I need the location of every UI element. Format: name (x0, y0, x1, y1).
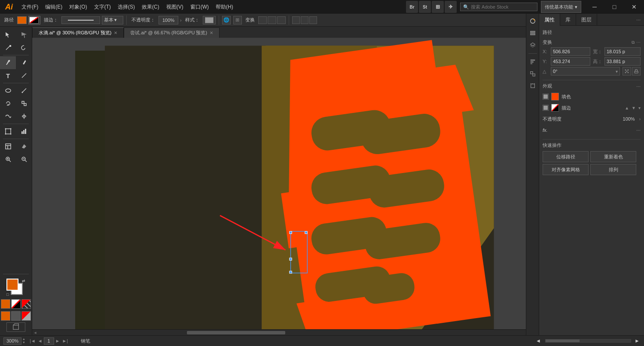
lasso-tool[interactable] (16, 41, 32, 54)
stroke-visibility[interactable] (543, 105, 549, 111)
stroke-dropdown[interactable]: ▾ (638, 106, 641, 110)
menu-view[interactable]: 视图(V) (163, 0, 187, 14)
menu-text[interactable]: 文字(T) (91, 0, 114, 14)
next-page-btn[interactable]: ► (55, 338, 61, 343)
swatch-pattern[interactable] (21, 299, 31, 309)
menu-edit[interactable]: 编辑(E) (42, 0, 66, 14)
close-button[interactable]: ✕ (624, 0, 644, 14)
menu-select[interactable]: 选择(S) (114, 0, 138, 14)
scroll-left-btn[interactable]: ◄ (32, 330, 38, 336)
menu-effect[interactable]: 效果(C) (138, 0, 163, 14)
magic-wand-tool[interactable] (0, 41, 16, 54)
rotate-tool[interactable] (0, 97, 16, 110)
pencil-tool[interactable] (16, 56, 32, 69)
align-btn3[interactable] (309, 16, 317, 24)
width-tool[interactable] (16, 110, 32, 123)
zoom-stepper[interactable]: ▲ ▼ (22, 337, 25, 345)
maximize-button[interactable]: □ (604, 0, 624, 14)
tab-2-close[interactable]: ✕ (210, 30, 213, 35)
workspace-selector[interactable]: 传统基本功能 ▾ (541, 1, 581, 13)
swatch2-gray[interactable] (11, 311, 21, 321)
fill-color-box[interactable] (17, 16, 27, 24)
arrange-button[interactable]: 排列 (590, 164, 636, 175)
tab-library[interactable]: 库 (560, 14, 576, 26)
swatch2-orange[interactable] (1, 311, 10, 321)
menu-window[interactable]: 窗口(W) (187, 0, 212, 14)
stock-search[interactable]: 搜索 Adobe Stock (471, 4, 508, 10)
direct-select-tool[interactable] (16, 28, 32, 41)
print-tiling-tool[interactable] (6, 322, 25, 332)
recolor-button[interactable]: 重新着色 (590, 151, 636, 162)
scroll-thumb-horizontal[interactable] (187, 331, 285, 334)
prev-page-btn[interactable]: ◄ (37, 338, 43, 343)
stock-button[interactable]: St (419, 1, 431, 13)
slice-tool[interactable] (0, 140, 16, 153)
tab-1[interactable]: 水滴.ai* @ 300% (RGB/GPU 预览) ✕ (32, 27, 124, 38)
transform-link-icon[interactable]: ⧉ (632, 40, 635, 45)
fx-more[interactable]: ··· (636, 127, 641, 133)
grid-overlay-button[interactable]: ⊞ (233, 16, 242, 24)
swatch2-stroke[interactable] (21, 311, 31, 321)
canvas-scroll-right[interactable]: ► (635, 338, 641, 344)
last-page-btn[interactable]: ►| (61, 338, 69, 343)
angle-dropdown[interactable]: ▾ (614, 69, 620, 74)
constrain-proportions[interactable] (632, 67, 641, 76)
scrollbar-horizontal[interactable]: ◄ ► (32, 329, 539, 335)
line-tool[interactable] (16, 69, 32, 82)
move-path-button[interactable]: 位移路径 (543, 151, 589, 162)
opacity-more-btn[interactable]: › (639, 117, 641, 121)
swap-colors[interactable]: ⇌ (22, 279, 25, 283)
panel-more-button[interactable]: ··· (633, 14, 644, 25)
menu-help[interactable]: 帮助(H) (212, 0, 237, 14)
tab-1-close[interactable]: ✕ (114, 30, 117, 35)
transform-anchor[interactable] (623, 67, 631, 76)
transform-btn2[interactable] (268, 16, 276, 24)
appearance-more[interactable]: ··· (636, 83, 641, 89)
tab-properties[interactable]: 属性 (539, 14, 560, 26)
align-btn1[interactable] (292, 16, 300, 24)
first-page-btn[interactable]: |◄ (29, 338, 37, 343)
chart-tool[interactable] (16, 125, 32, 138)
canvas-area[interactable] (32, 38, 539, 335)
globe-button[interactable]: 🌐 (222, 16, 231, 24)
swatch-orange[interactable] (1, 299, 10, 309)
warp-tool[interactable] (0, 110, 16, 123)
menu-object[interactable]: 对象(O) (66, 0, 90, 14)
canvas-scroll-bar[interactable] (545, 339, 631, 343)
color-panel-icon[interactable] (527, 15, 538, 27)
eraser-tool[interactable] (16, 140, 32, 153)
send-button[interactable]: ✈ (445, 1, 457, 13)
transform-more-icon[interactable]: ⋯ (636, 40, 641, 45)
zoom-out-tool[interactable] (16, 153, 32, 166)
swatch-gradient[interactable] (11, 299, 21, 309)
pen-tool[interactable] (0, 56, 16, 69)
layers-icon[interactable] (527, 39, 538, 51)
knife-tool[interactable] (16, 84, 32, 97)
transform-btn1[interactable] (258, 16, 267, 24)
foreground-color[interactable] (6, 279, 18, 291)
canvas-scroll-left[interactable]: ◄ (536, 338, 542, 344)
stroke-preview[interactable] (61, 16, 100, 24)
zoom-input[interactable] (3, 337, 21, 345)
menu-file[interactable]: 文件(F) (18, 0, 42, 14)
tab-2[interactable]: 尝试.ai* @ 66.67% (RGB/GPU 预览) ✕ (124, 27, 220, 38)
stroke-stepper-up[interactable]: ▲ (625, 106, 629, 110)
fill-visibility[interactable] (543, 94, 549, 100)
arrange-icon[interactable] (527, 68, 538, 79)
transform-btn3[interactable] (277, 16, 286, 24)
select-tool[interactable] (0, 28, 16, 41)
free-transform-tool[interactable] (0, 125, 16, 138)
bridge-button[interactable]: Br (406, 1, 418, 13)
stroke-stepper-down[interactable]: ▼ (632, 106, 636, 110)
zoom-in-tool[interactable] (0, 153, 16, 166)
grid-button[interactable]: ⊞ (432, 1, 444, 13)
opacity-input[interactable] (159, 16, 178, 24)
stroke-color-swatch[interactable] (551, 104, 559, 112)
stroke-style-dropdown[interactable]: 基本 ▾ (102, 16, 123, 24)
properties-icon[interactable] (527, 56, 538, 67)
default-colors[interactable]: □ (6, 292, 9, 297)
align-pixel-button[interactable]: 对齐像素网格 (543, 164, 589, 175)
stroke-picker[interactable] (28, 16, 40, 24)
fill-color-swatch[interactable] (551, 93, 559, 100)
scale-tool[interactable] (16, 97, 32, 110)
